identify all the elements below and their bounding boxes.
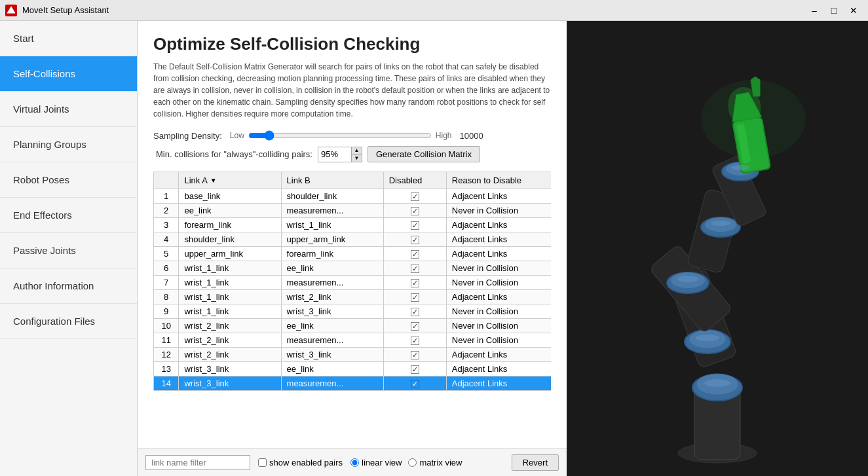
reason-cell: Adjacent Links <box>446 232 551 247</box>
sidebar: StartSelf-CollisionsVirtual JointsPlanni… <box>0 21 138 476</box>
table-row[interactable]: 6wrist_1_linkee_linkNever in Collision <box>154 261 552 276</box>
link-a-cell: wrist_1_link <box>179 261 281 276</box>
row-num: 11 <box>154 333 179 348</box>
spinbox-up-button[interactable]: ▲ <box>351 147 362 155</box>
table-row[interactable]: 7wrist_1_linkmeasuremen...Never in Colli… <box>154 276 552 290</box>
col-header-link-a[interactable]: Link A ▼ <box>179 172 281 189</box>
link-a-cell: base_link <box>179 189 281 204</box>
close-button[interactable]: ✕ <box>844 1 863 20</box>
matrix-view-label[interactable]: matrix view <box>408 458 462 467</box>
disabled-cell[interactable] <box>383 304 446 319</box>
min-collisions-input[interactable] <box>318 148 351 160</box>
disabled-cell[interactable] <box>383 232 446 247</box>
disabled-cell[interactable] <box>383 189 446 204</box>
maximize-button[interactable]: □ <box>825 1 843 20</box>
table-row[interactable]: 1base_linkshoulder_linkAdjacent Links <box>154 189 552 204</box>
col-header-link-b[interactable]: Link B <box>281 172 383 189</box>
table-row[interactable]: 2ee_linkmeasuremen...Never in Collision <box>154 204 552 218</box>
table-row[interactable]: 4shoulder_linkupper_arm_linkAdjacent Lin… <box>154 232 552 247</box>
sidebar-item-start[interactable]: Start <box>0 21 137 56</box>
table-row[interactable]: 14wrist_3_linkmeasuremen...Adjacent Link… <box>154 376 552 391</box>
disabled-checkbox[interactable] <box>411 236 419 244</box>
sampling-slider[interactable] <box>248 130 432 141</box>
matrix-view-text: matrix view <box>419 458 462 467</box>
bottom-bar: show enabled pairs linear view matrix vi… <box>138 449 567 476</box>
sidebar-item-self-collisions[interactable]: Self-Collisions <box>0 56 137 92</box>
spinbox-down-button[interactable]: ▼ <box>351 155 362 162</box>
disabled-cell[interactable] <box>383 204 446 218</box>
main-content: Optimize Self-Collision Checking The Def… <box>138 21 567 476</box>
disabled-checkbox[interactable] <box>411 221 419 230</box>
disabled-cell[interactable] <box>383 348 446 362</box>
show-enabled-pairs-label[interactable]: show enabled pairs <box>258 458 343 467</box>
disabled-cell[interactable] <box>383 290 446 304</box>
disabled-checkbox[interactable] <box>411 207 419 215</box>
robot-svg <box>567 21 868 476</box>
sidebar-item-author-information[interactable]: Author Information <box>0 268 137 304</box>
sidebar-item-end-effectors[interactable]: End Effectors <box>0 198 137 233</box>
table-row[interactable]: 8wrist_1_linkwrist_2_linkAdjacent Links <box>154 290 552 304</box>
linear-view-radio[interactable] <box>350 458 359 467</box>
min-collisions-row: Min. collisions for "always"-colliding p… <box>153 146 551 162</box>
minimize-button[interactable]: – <box>805 1 823 20</box>
disabled-cell[interactable] <box>383 218 446 232</box>
sidebar-item-robot-poses[interactable]: Robot Poses <box>0 162 137 198</box>
link-b-cell: wrist_3_link <box>281 304 383 319</box>
disabled-checkbox[interactable] <box>411 265 419 273</box>
link-b-cell: measuremen... <box>281 333 383 348</box>
reason-cell: Never in Collision <box>446 261 551 276</box>
show-enabled-pairs-checkbox[interactable] <box>258 458 267 467</box>
disabled-cell[interactable] <box>383 276 446 290</box>
reason-cell: Adjacent Links <box>446 348 551 362</box>
disabled-cell[interactable] <box>383 261 446 276</box>
disabled-checkbox[interactable] <box>411 293 419 302</box>
disabled-checkbox[interactable] <box>411 279 419 287</box>
table-row[interactable]: 5upper_arm_linkforearm_linkAdjacent Link… <box>154 247 552 261</box>
disabled-checkbox[interactable] <box>411 308 419 316</box>
disabled-checkbox[interactable] <box>411 380 419 388</box>
link-a-cell: wrist_2_link <box>179 348 281 362</box>
slider-container: Low High 10000 <box>230 130 483 141</box>
row-num: 5 <box>154 247 179 261</box>
disabled-cell[interactable] <box>383 376 446 391</box>
sidebar-item-virtual-joints[interactable]: Virtual Joints <box>0 92 137 127</box>
sort-link-a[interactable]: Link A ▼ <box>184 175 275 185</box>
show-enabled-pairs-text: show enabled pairs <box>269 458 343 467</box>
sidebar-item-configuration-files[interactable]: Configuration Files <box>0 304 137 339</box>
table-row[interactable]: 13wrist_3_linkee_linkAdjacent Links <box>154 362 552 376</box>
slider-low-label: Low <box>230 131 244 140</box>
table-row[interactable]: 11wrist_2_linkmeasuremen...Never in Coll… <box>154 333 552 348</box>
sidebar-item-passive-joints[interactable]: Passive Joints <box>0 233 137 268</box>
disabled-cell[interactable] <box>383 362 446 376</box>
disabled-checkbox[interactable] <box>411 250 419 259</box>
disabled-checkbox[interactable] <box>411 365 419 374</box>
link-b-cell: ee_link <box>281 319 383 333</box>
link-a-cell: wrist_2_link <box>179 333 281 348</box>
disabled-checkbox[interactable] <box>411 322 419 331</box>
filter-input[interactable] <box>145 455 250 470</box>
title-bar-text: MoveIt Setup Assistant <box>22 5 800 15</box>
svg-marker-0 <box>7 7 15 13</box>
table-row[interactable]: 3forearm_linkwrist_1_linkAdjacent Links <box>154 218 552 232</box>
table-row[interactable]: 12wrist_2_linkwrist_3_linkAdjacent Links <box>154 348 552 362</box>
reason-cell: Adjacent Links <box>446 247 551 261</box>
row-num: 14 <box>154 376 179 391</box>
row-num: 1 <box>154 189 179 204</box>
disabled-cell[interactable] <box>383 247 446 261</box>
linear-view-label[interactable]: linear view <box>350 458 402 467</box>
disabled-checkbox[interactable] <box>411 192 419 201</box>
svg-point-25 <box>677 276 698 282</box>
sidebar-item-planning-groups[interactable]: Planning Groups <box>0 127 137 162</box>
disabled-checkbox[interactable] <box>411 351 419 359</box>
table-row[interactable]: 9wrist_1_linkwrist_3_linkNever in Collis… <box>154 304 552 319</box>
disabled-checkbox[interactable] <box>411 337 419 345</box>
generate-collision-matrix-button[interactable]: Generate Collision Matrix <box>368 146 480 162</box>
disabled-cell[interactable] <box>383 333 446 348</box>
disabled-cell[interactable] <box>383 319 446 333</box>
reason-cell: Adjacent Links <box>446 189 551 204</box>
revert-button[interactable]: Revert <box>512 454 559 471</box>
table-row[interactable]: 10wrist_2_linkee_linkNever in Collision <box>154 319 552 333</box>
reason-cell: Never in Collision <box>446 204 551 218</box>
row-num: 3 <box>154 218 179 232</box>
matrix-view-radio[interactable] <box>408 458 417 467</box>
